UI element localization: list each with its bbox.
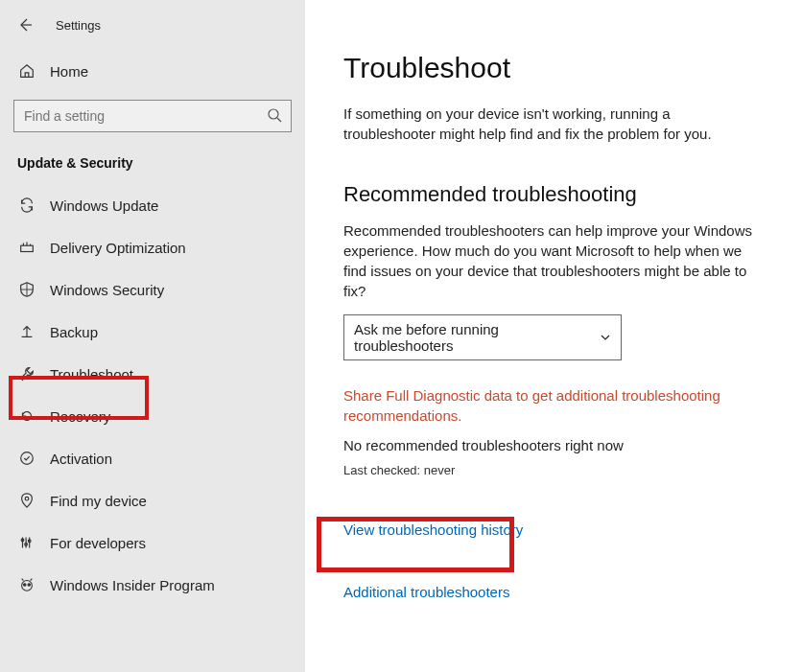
page-description: If something on your device isn't workin…	[343, 104, 756, 144]
sidebar-nav-list: Windows Update Delivery Optimization Win…	[0, 184, 305, 606]
sync-icon	[17, 196, 36, 215]
sidebar-item-windows-security[interactable]: Windows Security	[0, 268, 305, 311]
svg-point-8	[23, 584, 26, 587]
home-icon	[17, 61, 36, 81]
sidebar-item-backup[interactable]: Backup	[0, 311, 305, 353]
sidebar-item-label: Windows Insider Program	[50, 577, 215, 593]
no-recommended-text: No recommended troubleshooters right now	[343, 437, 764, 453]
sidebar-item-find-my-device[interactable]: Find my device	[0, 479, 305, 521]
sidebar: Settings Home Update & Security Windows …	[0, 0, 305, 672]
diagnostic-data-alert: Share Full Diagnostic data to get additi…	[343, 385, 727, 426]
sidebar-item-label: Find my device	[50, 493, 147, 509]
sidebar-item-recovery[interactable]: Recovery	[0, 395, 305, 437]
sidebar-item-label: Delivery Optimization	[50, 240, 186, 256]
sidebar-item-label: Troubleshoot	[50, 366, 133, 382]
sidebar-item-activation[interactable]: Activation	[0, 437, 305, 479]
dropdown-value: Ask me before running troubleshooters	[354, 321, 600, 354]
last-checked-text: Last checked: never	[343, 463, 764, 477]
back-arrow-icon[interactable]	[17, 17, 33, 33]
backup-icon	[17, 322, 36, 341]
sidebar-item-label: Windows Update	[50, 197, 158, 214]
header-row: Settings	[0, 17, 305, 52]
additional-troubleshooters-link[interactable]: Additional troubleshooters	[343, 584, 764, 600]
sidebar-item-troubleshoot[interactable]: Troubleshoot	[0, 353, 305, 395]
search-icon	[267, 107, 282, 123]
chevron-down-icon	[600, 332, 611, 343]
search-input[interactable]	[13, 100, 292, 132]
sidebar-item-label: For developers	[50, 535, 146, 551]
recommendation-level-dropdown[interactable]: Ask me before running troubleshooters	[343, 314, 622, 360]
recovery-icon	[17, 406, 36, 426]
sidebar-item-windows-insider[interactable]: Windows Insider Program	[0, 564, 305, 606]
svg-point-0	[269, 109, 278, 119]
sidebar-item-windows-update[interactable]: Windows Update	[0, 184, 305, 226]
svg-point-9	[28, 584, 31, 587]
sidebar-item-label: Recovery	[50, 408, 110, 425]
checkmark-circle-icon	[17, 449, 36, 468]
page-title: Troubleshoot	[343, 52, 764, 84]
sidebar-item-label: Backup	[50, 324, 98, 340]
svg-point-2	[21, 452, 34, 465]
main-content: Troubleshoot If something on your device…	[305, 0, 802, 672]
location-icon	[17, 491, 36, 510]
wrench-icon	[17, 364, 36, 383]
recommended-description: Recommended troubleshooters can help imp…	[343, 220, 756, 301]
delivery-icon	[17, 238, 36, 257]
svg-rect-1	[21, 245, 34, 251]
sidebar-home[interactable]: Home	[0, 52, 305, 90]
svg-point-3	[25, 497, 29, 500]
shield-icon	[17, 280, 36, 299]
search-wrap	[13, 100, 292, 132]
sidebar-item-for-developers[interactable]: For developers	[0, 521, 305, 564]
view-history-link[interactable]: View troubleshooting history	[343, 521, 764, 538]
insider-icon	[17, 575, 36, 594]
app-title: Settings	[56, 18, 101, 33]
sidebar-item-label: Activation	[50, 451, 112, 467]
sidebar-item-delivery-optimization[interactable]: Delivery Optimization	[0, 226, 305, 268]
recommended-title: Recommended troubleshooting	[343, 182, 764, 207]
sidebar-section-title: Update & Security	[0, 148, 305, 184]
sidebar-item-label: Windows Security	[50, 282, 164, 298]
developers-icon	[17, 533, 36, 552]
sidebar-home-label: Home	[50, 63, 88, 80]
